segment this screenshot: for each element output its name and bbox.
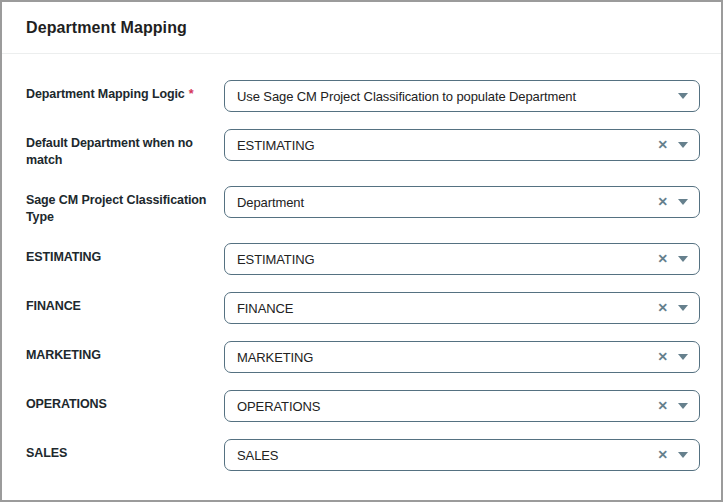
field-label-operations: OPERATIONS: [26, 390, 224, 413]
required-asterisk: *: [189, 87, 194, 101]
dropdown-sales[interactable]: SALES ✕: [224, 439, 700, 471]
selected-value: Use Sage CM Project Classification to po…: [237, 89, 678, 104]
chevron-down-icon[interactable]: [678, 199, 688, 205]
field-label-classification-type: Sage CM Project Classification Type: [26, 186, 224, 226]
chevron-down-icon[interactable]: [678, 452, 688, 458]
selected-value: ESTIMATING: [237, 252, 658, 267]
form-row: Department Mapping Logic* Use Sage CM Pr…: [26, 80, 700, 112]
form-row: Sage CM Project Classification Type Depa…: [26, 186, 700, 226]
selected-value: MARKETING: [237, 350, 658, 365]
field-label-default-department: Default Department when no match: [26, 129, 224, 169]
form-row: Default Department when no match ESTIMAT…: [26, 129, 700, 169]
chevron-down-icon[interactable]: [678, 256, 688, 262]
clear-icon[interactable]: ✕: [658, 351, 668, 364]
form-row: MARKETING MARKETING ✕: [26, 341, 700, 373]
chevron-down-icon[interactable]: [678, 93, 688, 99]
form-row: SALES SALES ✕: [26, 439, 700, 471]
field-label-text: Department Mapping Logic: [26, 87, 185, 101]
dropdown-default-department[interactable]: ESTIMATING ✕: [224, 129, 700, 161]
form-row: OPERATIONS OPERATIONS ✕: [26, 390, 700, 422]
chevron-down-icon[interactable]: [678, 305, 688, 311]
clear-icon[interactable]: ✕: [658, 400, 668, 413]
selected-value: ESTIMATING: [237, 138, 658, 153]
dropdown-operations[interactable]: OPERATIONS ✕: [224, 390, 700, 422]
field-label-department-mapping-logic: Department Mapping Logic*: [26, 80, 224, 103]
clear-icon[interactable]: ✕: [658, 139, 668, 152]
field-label-sales: SALES: [26, 439, 224, 462]
selected-value: SALES: [237, 448, 658, 463]
dropdown-classification-type[interactable]: Department ✕: [224, 186, 700, 218]
page-title: Department Mapping: [26, 19, 187, 37]
panel-header: Department Mapping: [2, 2, 721, 54]
clear-icon[interactable]: ✕: [658, 253, 668, 266]
field-label-marketing: MARKETING: [26, 341, 224, 364]
department-mapping-panel: Department Mapping Department Mapping Lo…: [0, 0, 723, 502]
clear-icon[interactable]: ✕: [658, 196, 668, 209]
selected-value: OPERATIONS: [237, 399, 658, 414]
dropdown-estimating[interactable]: ESTIMATING ✕: [224, 243, 700, 275]
form-row: FINANCE FINANCE ✕: [26, 292, 700, 324]
dropdown-finance[interactable]: FINANCE ✕: [224, 292, 700, 324]
form-row: ESTIMATING ESTIMATING ✕: [26, 243, 700, 275]
chevron-down-icon[interactable]: [678, 354, 688, 360]
chevron-down-icon[interactable]: [678, 142, 688, 148]
clear-icon[interactable]: ✕: [658, 449, 668, 462]
field-label-estimating: ESTIMATING: [26, 243, 224, 266]
form-content: Department Mapping Logic* Use Sage CM Pr…: [2, 54, 721, 471]
chevron-down-icon[interactable]: [678, 403, 688, 409]
dropdown-department-mapping-logic[interactable]: Use Sage CM Project Classification to po…: [224, 80, 700, 112]
selected-value: Department: [237, 195, 658, 210]
field-label-finance: FINANCE: [26, 292, 224, 315]
selected-value: FINANCE: [237, 301, 658, 316]
clear-icon[interactable]: ✕: [658, 302, 668, 315]
dropdown-marketing[interactable]: MARKETING ✕: [224, 341, 700, 373]
